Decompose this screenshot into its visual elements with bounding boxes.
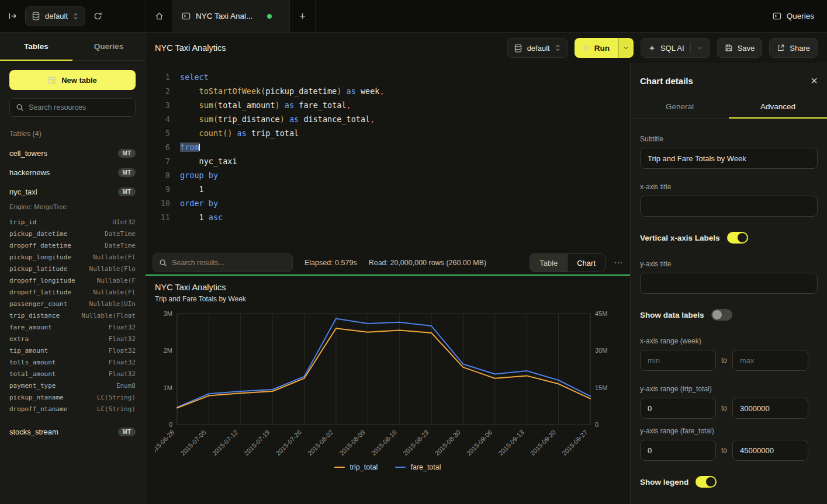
column-name: total_amount (9, 370, 56, 378)
y-axis-right-tick: 15M (595, 384, 607, 391)
column-row[interactable]: extraFloat32 (9, 333, 136, 345)
close-icon[interactable]: × (811, 75, 818, 86)
y-axis-title-input[interactable] (640, 273, 818, 294)
column-type: Enum8 (116, 382, 136, 390)
sidebar-tabs: Tables Queries (0, 33, 145, 61)
sidebar-tab-queries[interactable]: Queries (72, 33, 145, 60)
share-button[interactable]: Share (769, 38, 818, 58)
x-axis-title-input[interactable] (640, 196, 818, 217)
column-row[interactable]: fare_amountFloat32 (9, 321, 136, 333)
column-row[interactable]: pickup_longitudeNullable(Fl (9, 251, 136, 263)
code-line[interactable]: 9 1 (153, 182, 630, 196)
x-range-max-input[interactable] (732, 350, 808, 371)
new-tab-button[interactable]: + (290, 0, 316, 32)
y-axis-title-label: y-axis title (640, 260, 818, 268)
y-axis-right-tick: 45M (595, 310, 607, 317)
y-axis-right-tick: 30M (595, 347, 607, 354)
rows-read: Read: 20,000,000 rows (260.00 MB) (369, 259, 487, 267)
column-row[interactable]: total_amountFloat32 (9, 368, 136, 380)
tab-query[interactable]: NYC Taxi Anal... (173, 0, 290, 32)
collapse-sidebar-icon[interactable] (8, 12, 17, 20)
top-bar: default NYC Taxi Anal... + (0, 0, 827, 33)
y-range-fare-min-input[interactable] (640, 440, 716, 461)
column-row[interactable]: dropoff_latitudeNullable(Fl (9, 286, 136, 298)
save-button[interactable]: Save (717, 38, 763, 58)
save-label: Save (738, 44, 755, 53)
table-item[interactable]: stocks_streamMT (9, 422, 136, 442)
x-axis-label: 2015-09-20 (529, 429, 557, 457)
code-line[interactable]: 3 sum(total_amount) as fare_total, (153, 98, 630, 112)
run-button[interactable]: Run (575, 38, 618, 58)
show-data-labels-toggle[interactable] (711, 309, 732, 321)
resource-search-input[interactable] (29, 103, 129, 112)
column-row[interactable]: pickup_datetimeDateTime (9, 228, 136, 239)
queries-button[interactable]: Queries (773, 12, 814, 20)
line-number: 6 (153, 140, 170, 154)
x-axis-label: 2015-07-05 (179, 429, 207, 457)
column-row[interactable]: dropoff_datetimeDateTime (9, 239, 136, 251)
to-label: to (721, 404, 727, 412)
results-search-input[interactable] (172, 259, 286, 267)
sql-editor[interactable]: 1select2 toStartOfWeek(pickup_datetime) … (146, 63, 630, 251)
y-range-fare-max-input[interactable] (732, 440, 808, 461)
y-axis-left-tick: 2M (164, 347, 172, 354)
legend-item-fare-total[interactable]: fare_total (395, 463, 441, 471)
new-table-button[interactable]: New table (9, 70, 136, 90)
column-row[interactable]: payment_typeEnum8 (9, 380, 136, 391)
column-row[interactable]: trip_idUInt32 (9, 216, 136, 228)
sidebar-tab-tables[interactable]: Tables (0, 33, 72, 60)
column-row[interactable]: trip_distanceNullable(Float (9, 310, 136, 321)
code-line[interactable]: 7 nyc_taxi (153, 154, 630, 168)
results-chart[interactable]: 2015-06-282015-07-052015-07-122015-07-19… (155, 308, 621, 462)
show-legend-toggle[interactable] (695, 476, 717, 488)
code-line[interactable]: 11 1 asc (153, 210, 630, 224)
x-axis-label: 2015-08-16 (370, 429, 398, 457)
chevron-down-icon[interactable] (697, 45, 703, 51)
tab-general[interactable]: General (631, 95, 729, 118)
view-toggle-table[interactable]: Table (530, 254, 567, 272)
column-type: Float32 (109, 335, 136, 343)
tab-advanced[interactable]: Advanced (729, 95, 827, 118)
vertical-x-labels-toggle[interactable] (727, 232, 748, 244)
subtitle-input[interactable] (640, 148, 818, 169)
view-toggle: Table Chart (530, 253, 605, 272)
x-range-min-input[interactable] (640, 350, 716, 371)
code-line[interactable]: 1select (153, 70, 630, 84)
y-range-trip-label: y-axis range (trip_total) (640, 385, 818, 393)
refresh-icon[interactable] (94, 12, 102, 20)
run-database-selector[interactable]: default (507, 38, 568, 58)
code-line[interactable]: 10order by (153, 196, 630, 210)
chevron-updown-icon (555, 44, 560, 52)
column-row[interactable]: dropoff_longitudeNullable(F (9, 274, 136, 286)
code-line[interactable]: 6from (153, 140, 630, 154)
y-range-trip-max-input[interactable] (732, 398, 808, 419)
database-icon (32, 12, 40, 20)
table-item[interactable]: hackernewsMT (9, 163, 136, 182)
table-item[interactable]: cell_towersMT (9, 144, 136, 163)
table-item[interactable]: nyc_taxiMT (9, 182, 136, 201)
code-line[interactable]: 5 count() as trip_total (153, 126, 630, 140)
share-icon (777, 44, 785, 52)
code-line[interactable]: 4 sum(trip_distance) as distance_total, (153, 112, 630, 126)
code-line[interactable]: 8group by (153, 168, 630, 182)
view-toggle-chart[interactable]: Chart (567, 254, 605, 272)
tab-home[interactable] (146, 0, 173, 32)
more-options-icon[interactable]: ⋯ (614, 258, 623, 268)
legend-item-trip-total[interactable]: trip_total (334, 463, 378, 471)
column-row[interactable]: tip_amountFloat32 (9, 345, 136, 356)
y-range-trip-min-input[interactable] (640, 398, 716, 419)
engine-label: Engine: MergeTree (9, 203, 136, 210)
column-name: payment_type (9, 382, 56, 390)
code-line[interactable]: 2 toStartOfWeek(pickup_datetime) as week… (153, 84, 630, 98)
run-options-button[interactable] (618, 38, 634, 58)
unsaved-changes-dot (267, 14, 272, 19)
query-header: NYC Taxi Analytics default Run (146, 33, 827, 63)
column-type: Float32 (109, 347, 136, 354)
column-row[interactable]: passenger_countNullable(UIn (9, 298, 136, 310)
column-row[interactable]: dropoff_ntanameLC(String) (9, 403, 136, 415)
sql-ai-button[interactable]: SQL AI (641, 38, 710, 58)
database-selector[interactable]: default (25, 6, 85, 26)
column-row[interactable]: tolls_amountFloat32 (9, 356, 136, 368)
column-row[interactable]: pickup_ntanameLC(String) (9, 391, 136, 403)
column-row[interactable]: pickup_latitudeNullable(Flo (9, 263, 136, 274)
